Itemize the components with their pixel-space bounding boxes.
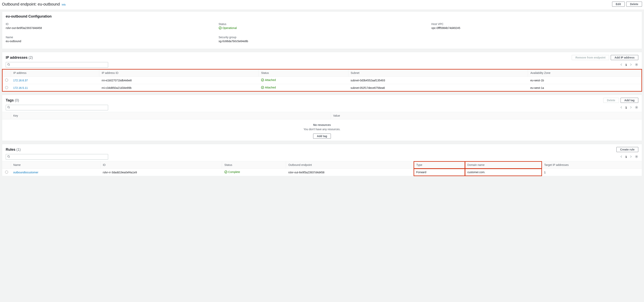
chevron-left-icon[interactable]: [620, 155, 623, 159]
config-title: eu-outbound Configuration: [6, 14, 52, 18]
tags-search-input[interactable]: [6, 105, 108, 110]
tags-page-num: 1: [625, 106, 627, 109]
gear-icon[interactable]: [635, 63, 638, 67]
gear-icon[interactable]: [635, 106, 638, 110]
ip-table-highlight: IP address IP address ID Status Subnet A…: [2, 69, 642, 92]
edit-button[interactable]: Edit: [612, 2, 625, 7]
tags-panel: Tags (0) Delete Add tag 1 Key Value: [2, 95, 642, 141]
tags-empty-add-button[interactable]: Add tag: [313, 134, 331, 139]
add-ip-button[interactable]: Add IP address: [611, 55, 638, 60]
config-sg-label: Security group: [218, 36, 426, 39]
check-circle-icon: [261, 78, 264, 82]
info-link[interactable]: Info: [62, 3, 66, 6]
tags-col-key[interactable]: Key: [11, 112, 331, 120]
chevron-right-icon[interactable]: [629, 63, 632, 67]
svg-point-7: [8, 156, 10, 157]
rule-status: Complete: [224, 170, 240, 174]
config-sg: Security group sg-0c66da7b0c5e64e8b: [218, 36, 426, 44]
chevron-right-icon[interactable]: [629, 155, 632, 159]
page-header: Outbound endpoint: eu-outbound Info Edit…: [0, 0, 644, 10]
rules-col-id[interactable]: ID: [100, 161, 222, 169]
ip-id-cell: rni-c34d850a21d34e89b: [99, 84, 258, 92]
rules-col-outbound[interactable]: Outbound endpoint: [286, 161, 414, 169]
svg-point-5: [8, 106, 10, 108]
rule-type-cell: Forward: [414, 169, 465, 176]
ip-table: IP address IP address ID Status Subnet A…: [2, 69, 642, 92]
page-title-prefix: Outbound endpoint:: [2, 2, 38, 6]
ip-search-input[interactable]: [6, 62, 108, 68]
chevron-left-icon[interactable]: [620, 63, 623, 67]
rules-title: Rules (1): [6, 148, 21, 152]
config-id: ID rslvr-out-6e9f3a23937d4d458: [6, 22, 213, 32]
ip-link[interactable]: 172.16.5.11: [13, 86, 28, 90]
search-icon: [7, 155, 10, 158]
rules-col-type[interactable]: Type: [414, 161, 465, 169]
svg-point-6: [636, 107, 637, 108]
tags-search: [6, 105, 108, 110]
rule-id-cell: rslvr-rr-3dadd19ea0ef4a1e9: [100, 169, 222, 176]
tags-delete-button[interactable]: Delete: [603, 98, 619, 103]
rule-name-link[interactable]: outboundtocustomer: [13, 171, 38, 174]
chevron-right-icon[interactable]: [629, 106, 632, 110]
check-circle-icon: [218, 26, 222, 30]
rules-table: Name ID Status Outbound endpoint Type Do…: [2, 161, 642, 176]
config-id-label: ID: [6, 22, 213, 26]
gear-icon[interactable]: [635, 155, 638, 159]
rule-outbound-cell: rslvr-out-6e9f3a23937d4d458: [286, 169, 414, 176]
config-panel: eu-outbound Configuration ID rslvr-out-6…: [2, 12, 642, 49]
search-icon: [7, 63, 10, 66]
rules-title-text: Rules: [6, 148, 15, 152]
delete-button[interactable]: Delete: [626, 2, 642, 7]
config-status: Status Operational: [218, 22, 426, 32]
rules-col-domain[interactable]: Domain name: [465, 161, 542, 169]
rules-panel: Rules (1) Create rule 1: [2, 144, 642, 176]
ip-col-address[interactable]: IP address: [11, 69, 99, 77]
svg-point-8: [636, 156, 637, 157]
rules-search-input[interactable]: [6, 154, 108, 160]
ip-search: [6, 62, 108, 68]
svg-point-2: [636, 64, 637, 65]
ip-subnet-cell: subnet-052f17dece6756ea6: [348, 84, 528, 92]
config-status-value: Operational: [218, 26, 237, 30]
page-title-wrap: Outbound endpoint: eu-outbound Info: [2, 2, 66, 6]
config-name-label: Name: [6, 36, 213, 39]
ip-pagination: 1: [620, 63, 638, 67]
ip-col-id[interactable]: IP address ID: [99, 69, 258, 77]
ip-page-num: 1: [625, 63, 627, 66]
tags-add-button[interactable]: Add tag: [620, 98, 638, 103]
tags-empty-title: No resources: [2, 123, 642, 126]
ip-row-radio[interactable]: [5, 78, 8, 82]
ip-title: IP addresses (2): [6, 56, 33, 60]
ip-status: Attached: [261, 78, 276, 82]
ip-col-az[interactable]: Availability Zone: [528, 69, 642, 77]
ip-az-cell: eu-west-1a: [528, 84, 642, 92]
config-hostvpc-value: vpc-0fff5984b74d49245: [431, 26, 638, 30]
ip-row-radio[interactable]: [5, 86, 8, 89]
ip-subnet-cell: subnet-0d3b4552aaf135493: [348, 77, 528, 84]
ip-link[interactable]: 172.16.6.37: [13, 79, 28, 82]
search-icon: [7, 106, 10, 109]
remove-ip-button[interactable]: Remove from endpoint: [572, 55, 609, 60]
tags-pagination: 1: [620, 106, 638, 110]
rules-pagination: 1: [620, 155, 638, 159]
rule-row-radio[interactable]: [5, 170, 8, 174]
ip-col-status[interactable]: Status: [258, 69, 348, 77]
ip-status: Attached: [261, 86, 276, 89]
table-row: 172.16.5.11 rni-c34d850a21d34e89b Attach…: [2, 84, 642, 92]
config-id-value: rslvr-out-6e9f3a23937d4d458: [6, 26, 213, 30]
check-circle-icon: [224, 170, 228, 174]
ip-count: (2): [28, 56, 33, 60]
table-row: outboundtocustomer rslvr-rr-3dadd19ea0ef…: [2, 169, 642, 176]
tags-title-text: Tags: [6, 98, 14, 102]
tags-col-value[interactable]: Value: [331, 112, 642, 120]
chevron-left-icon[interactable]: [620, 106, 623, 110]
rules-col-targets[interactable]: Target IP addresses: [542, 161, 642, 169]
config-sg-value: sg-0c66da7b0c5e64e8b: [218, 40, 426, 43]
ip-col-subnet[interactable]: Subnet: [348, 69, 528, 77]
tags-table: Key Value: [2, 112, 642, 120]
rules-col-status[interactable]: Status: [222, 161, 286, 169]
ip-az-cell: eu-west-1b: [528, 77, 642, 84]
create-rule-button[interactable]: Create rule: [616, 147, 638, 152]
svg-point-1: [8, 64, 10, 65]
rules-col-name[interactable]: Name: [11, 161, 100, 169]
